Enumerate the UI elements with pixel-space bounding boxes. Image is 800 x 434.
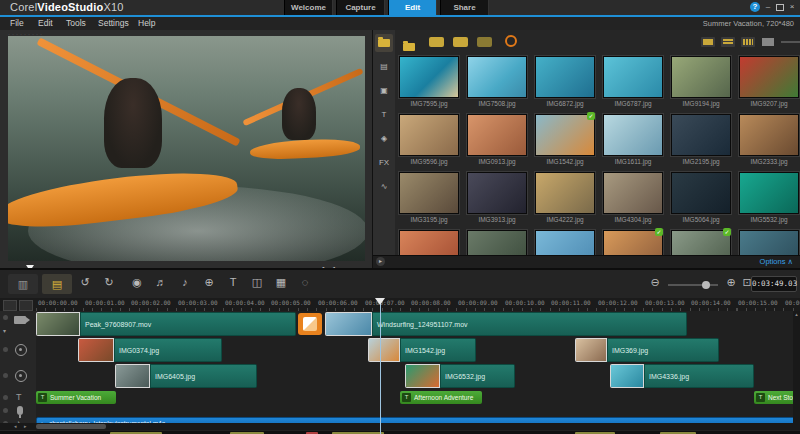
storyboard-view-button[interactable]: ▥ xyxy=(8,274,38,294)
media-item[interactable]: IMG5064.jpg xyxy=(669,172,733,223)
timeline-view-button[interactable]: ▤ xyxy=(42,274,72,294)
media-item[interactable]: ✓ xyxy=(601,230,665,256)
preview-video[interactable] xyxy=(8,36,365,261)
video-track[interactable]: Peak_97608907.mov Windsurfing_124951107.… xyxy=(36,311,800,338)
timeline-clip-overlay[interactable]: IMG6405.jpg xyxy=(115,364,257,388)
media-type-filter-icon[interactable] xyxy=(505,35,517,47)
timeline-clip-overlay[interactable]: IMG4336.jpg xyxy=(610,364,754,388)
gallery-folder-icon[interactable] xyxy=(403,43,415,51)
media-item[interactable]: IMG5532.jpg xyxy=(737,172,800,223)
menu-file[interactable]: File xyxy=(10,17,24,30)
region-select-icon[interactable]: ◌ xyxy=(296,276,314,288)
scroll-up-icon[interactable]: ▴ xyxy=(793,311,800,317)
media-item[interactable]: IMG4304.jpg xyxy=(601,172,665,223)
auto-music-icon[interactable]: ♪ xyxy=(176,276,194,288)
thumbnail-zoom-slider[interactable] xyxy=(781,41,800,43)
media-item[interactable]: IMG2333.jpg xyxy=(737,114,800,165)
overlay-track-2[interactable]: IMG6405.jpg IMG6532.jpg IMG4336.jpg xyxy=(36,363,800,390)
thumbnail-view-icon[interactable] xyxy=(741,37,755,47)
minimize-button[interactable]: – xyxy=(763,2,773,12)
title-track[interactable]: TSummer Vacation TAfternoon Adventure TN… xyxy=(36,389,800,407)
track-view-toggle-icon[interactable] xyxy=(19,300,33,311)
close-button[interactable]: × xyxy=(787,2,797,12)
options-button[interactable]: Options ∧ xyxy=(760,256,793,268)
sound-mixer-icon[interactable]: ♬ xyxy=(152,276,170,288)
horizontal-scrollbar[interactable]: ◂ ▸ xyxy=(0,423,800,430)
timeline-clip-overlay[interactable]: IMG369.jpg xyxy=(575,338,719,362)
subtitle-editor-icon[interactable]: T xyxy=(224,276,242,288)
media-item[interactable]: IMG3913.jpg xyxy=(465,172,529,223)
media-item[interactable]: IMG9596.jpg xyxy=(397,114,461,165)
menu-settings[interactable]: Settings xyxy=(98,17,129,30)
tab-share[interactable]: Share xyxy=(440,0,489,15)
graphic-library-icon[interactable]: ◈ xyxy=(375,130,393,148)
vertical-scrollbar[interactable]: ▴ ▾ xyxy=(793,311,800,429)
help-icon[interactable]: ? xyxy=(750,2,760,12)
undo-button[interactable]: ↺ xyxy=(76,276,94,289)
transition-clip[interactable] xyxy=(298,313,322,335)
show-videos-filter-icon[interactable] xyxy=(429,37,444,47)
resize-thumbnail-icon[interactable] xyxy=(761,37,775,47)
timeline-title-clip[interactable]: TNext Stop xyxy=(754,391,797,404)
menu-edit[interactable]: Edit xyxy=(38,17,53,30)
playhead-handle[interactable] xyxy=(375,298,385,305)
timeline-clip-overlay[interactable]: IMG0374.jpg xyxy=(78,338,222,362)
overlay-track-1[interactable]: IMG0374.jpg IMG1542.jpg IMG369.jpg xyxy=(36,337,800,364)
scrollbar-thumb[interactable] xyxy=(36,424,106,429)
timeline-ruler[interactable]: 00:00:00.00 00:00:01.00 00:00:02.00 00:0… xyxy=(0,298,800,312)
timeline-clip-overlay[interactable]: IMG6532.jpg xyxy=(405,364,515,388)
media-item[interactable] xyxy=(533,230,597,256)
media-item[interactable] xyxy=(465,230,529,256)
restore-button[interactable] xyxy=(775,2,785,12)
overlay-track-1-header[interactable] xyxy=(0,337,36,363)
playhead[interactable] xyxy=(380,298,381,434)
media-item[interactable]: ✓IMG1542.jpg xyxy=(533,114,597,165)
menu-help[interactable]: Help xyxy=(138,17,155,30)
media-item[interactable]: IMG6787.jpg xyxy=(601,56,665,107)
timeline-clip-overlay[interactable]: IMG1542.jpg xyxy=(368,338,476,362)
media-item[interactable]: IMG7508.jpg xyxy=(465,56,529,107)
media-item[interactable]: IMG7595.jpg xyxy=(397,56,461,107)
media-item[interactable]: IMG2195.jpg xyxy=(669,114,733,165)
timeline-title-clip[interactable]: TSummer Vacation xyxy=(36,391,116,404)
media-item[interactable]: IMG9207.jpg xyxy=(737,56,800,107)
panel-toggle-icon[interactable]: ▸ xyxy=(376,257,385,266)
menu-tools[interactable]: Tools xyxy=(66,17,86,30)
scroll-right-icon[interactable]: ▸ xyxy=(24,423,27,430)
redo-button[interactable]: ↻ xyxy=(100,276,118,289)
timeline-clip-video[interactable]: Peak_97608907.mov xyxy=(36,312,296,336)
timeline-title-clip[interactable]: TAfternoon Adventure xyxy=(400,391,482,404)
motion-path-icon[interactable]: ∿ xyxy=(375,178,393,196)
details-view-icon[interactable] xyxy=(721,37,735,47)
motion-tracking-icon[interactable]: ⊕ xyxy=(200,276,218,289)
instant-project-icon[interactable]: ▤ xyxy=(375,58,393,76)
show-photos-filter-icon[interactable] xyxy=(453,37,468,47)
media-item[interactable] xyxy=(397,230,461,256)
show-audio-filter-icon[interactable] xyxy=(477,37,492,47)
title-library-icon[interactable]: T xyxy=(375,106,393,124)
media-item[interactable]: IMG1611.jpg xyxy=(601,114,665,165)
video-track-header[interactable]: ▾ xyxy=(0,311,36,337)
track-dropdown-icon[interactable]: ▾ xyxy=(3,327,6,334)
media-item[interactable] xyxy=(737,230,800,256)
voice-track-header[interactable] xyxy=(0,406,36,416)
split-screen-template-icon[interactable]: ◫ xyxy=(248,276,266,289)
filter-fx-icon[interactable]: FX xyxy=(375,154,393,172)
media-item[interactable]: IMG4222.jpg xyxy=(533,172,597,223)
zoom-out-icon[interactable]: ⊖ xyxy=(646,276,664,289)
tab-edit[interactable]: Edit xyxy=(388,0,437,15)
track-transparency-icon[interactable]: ▦ xyxy=(272,276,290,289)
media-item[interactable]: ✓ xyxy=(669,230,733,256)
timeline-duration-box[interactable]: 0:03:49.03 xyxy=(751,276,797,292)
timeline-zoom-slider[interactable] xyxy=(668,284,718,286)
overlay-track-2-header[interactable] xyxy=(0,363,36,389)
media-item[interactable]: IMG9194.jpg xyxy=(669,56,733,107)
scroll-left-icon[interactable]: ◂ xyxy=(14,423,17,430)
record-capture-icon[interactable]: ◉ xyxy=(128,276,146,289)
title-track-header[interactable]: T xyxy=(0,389,36,406)
media-item[interactable]: IMG6872.jpg xyxy=(533,56,597,107)
media-library-icon[interactable] xyxy=(375,34,393,52)
media-item[interactable]: IMG3195.jpg xyxy=(397,172,461,223)
tab-welcome[interactable]: Welcome xyxy=(284,0,333,15)
list-view-icon[interactable] xyxy=(701,37,715,47)
